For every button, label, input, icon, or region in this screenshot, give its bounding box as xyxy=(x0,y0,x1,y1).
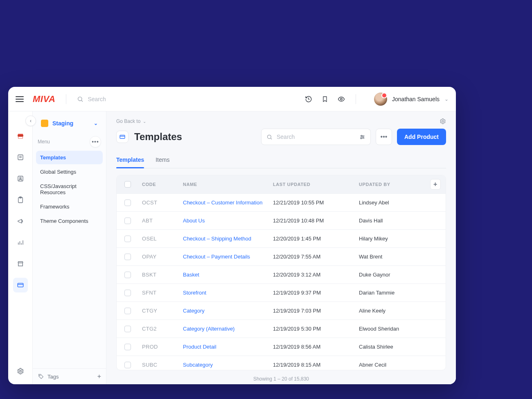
chevron-down-icon: ⌄ xyxy=(94,120,98,126)
rail-orders-icon[interactable] xyxy=(13,193,28,207)
svg-rect-5 xyxy=(18,155,23,160)
pagination-status: Showing 1 – 20 of 15,830 xyxy=(116,370,446,384)
row-checkbox[interactable] xyxy=(124,362,131,368)
row-checkbox[interactable] xyxy=(124,200,131,206)
go-back-link[interactable]: Go Back to ⌄ xyxy=(116,118,146,124)
row-checkbox[interactable] xyxy=(124,236,131,242)
page-title-icon xyxy=(116,131,128,143)
cell-name-link[interactable]: Storefront xyxy=(180,290,270,296)
col-name[interactable]: NAME xyxy=(180,182,270,187)
cell-name-link[interactable]: Checkout – Shipping Method xyxy=(180,236,270,242)
cell-code: OPAY xyxy=(139,254,180,260)
page-title: Templates xyxy=(134,131,182,143)
cell-updated-by: Calista Shirlee xyxy=(356,344,425,350)
cell-last-updated: 12/19/2019 7:03 PM xyxy=(270,308,356,314)
icon-rail: ‹ xyxy=(8,111,33,384)
sidebar-footer: Tags + xyxy=(33,368,106,384)
sidebar-item-templates[interactable]: Templates xyxy=(36,151,103,164)
menu-toggle-icon[interactable] xyxy=(16,96,24,102)
row-checkbox[interactable] xyxy=(124,326,131,332)
sidebar-item-css-javascript-resources[interactable]: CSS/Javascript Resources xyxy=(36,179,103,199)
tab-items[interactable]: Items xyxy=(156,152,169,168)
sidebar-item-global-settings[interactable]: Global Settings xyxy=(36,165,103,179)
rail-marketing-icon[interactable] xyxy=(13,214,28,229)
rail-customers-icon[interactable] xyxy=(13,171,28,186)
cell-code: BSKT xyxy=(139,272,180,278)
cell-name-link[interactable]: Basket xyxy=(180,272,270,278)
collapse-rail-button[interactable]: ‹ xyxy=(25,116,36,126)
col-code[interactable]: CODE xyxy=(139,182,180,187)
cell-name-link[interactable]: Checkout – Customer Information xyxy=(180,200,270,206)
table-row[interactable]: OPAYCheckout – Payment Details12/20/2019… xyxy=(117,247,446,265)
table-row[interactable]: OSELCheckout – Shipping Method12/20/2019… xyxy=(117,229,446,247)
row-checkbox[interactable] xyxy=(124,272,131,278)
app-window: MIVA Jonathan Samuels ⌄ ‹ xyxy=(8,87,456,384)
table-row[interactable]: CTG2Category (Alternative)12/19/2019 5:3… xyxy=(117,320,446,338)
add-product-button[interactable]: Add Product xyxy=(397,129,446,145)
cell-code: PROD xyxy=(139,344,180,350)
cell-name-link[interactable]: Subcategory xyxy=(180,362,270,368)
svg-line-25 xyxy=(271,138,272,139)
row-checkbox[interactable] xyxy=(124,290,131,296)
page-settings-button[interactable] xyxy=(440,118,446,125)
cell-code: OCST xyxy=(139,200,180,206)
global-search[interactable] xyxy=(77,96,298,102)
menu-list: TemplatesGlobal SettingsCSS/Javascript R… xyxy=(33,151,106,228)
table-search[interactable] xyxy=(261,129,359,145)
sidebar-item-frameworks[interactable]: Frameworks xyxy=(36,200,103,213)
avatar xyxy=(374,93,387,106)
user-menu[interactable]: Jonathan Samuels ⌄ xyxy=(374,93,449,106)
table-row[interactable]: SFNTStorefront12/19/2019 9:37 PMDarian T… xyxy=(117,283,446,302)
select-all-checkbox[interactable] xyxy=(124,181,131,188)
svg-line-1 xyxy=(81,100,83,102)
table-row[interactable]: CTGYCategory12/19/2019 7:03 PMAline Keel… xyxy=(117,302,446,320)
row-checkbox[interactable] xyxy=(124,308,131,314)
add-column-button[interactable]: + xyxy=(430,179,441,190)
rail-ui-icon[interactable] xyxy=(13,278,28,292)
table-search-input[interactable] xyxy=(277,129,354,145)
add-tag-button[interactable]: + xyxy=(97,373,101,380)
row-checkbox[interactable] xyxy=(124,344,131,350)
svg-point-29 xyxy=(361,135,362,136)
rail-reports-icon[interactable] xyxy=(13,235,28,250)
cell-name-link[interactable]: Category (Alternative) xyxy=(180,326,270,332)
cell-name-link[interactable]: Category xyxy=(180,308,270,314)
global-search-input[interactable] xyxy=(88,96,194,102)
svg-point-31 xyxy=(361,138,362,139)
environment-switcher[interactable]: Staging ⌄ xyxy=(37,116,102,130)
rail-settings-icon[interactable] xyxy=(13,364,28,379)
filter-button[interactable] xyxy=(354,129,371,145)
row-checkbox[interactable] xyxy=(124,254,131,260)
cell-name-link[interactable]: Checkout – Payment Details xyxy=(180,254,270,260)
user-name: Jonathan Samuels xyxy=(392,96,440,102)
cell-updated-by: Aline Keely xyxy=(356,308,425,314)
svg-rect-17 xyxy=(18,283,23,287)
sidebar: Staging ⌄ Menu ••• TemplatesGlobal Setti… xyxy=(33,111,106,384)
main-content: Go Back to ⌄ Templates xyxy=(106,111,456,384)
col-last-updated[interactable]: LAST UPDATED xyxy=(270,182,356,187)
table-row[interactable]: ABTAbout Us12/21/2019 10:48 PMDavis Hall xyxy=(117,211,446,229)
bookmark-icon[interactable] xyxy=(321,95,329,103)
rail-store-icon[interactable] xyxy=(13,129,28,143)
table-row[interactable]: SUBCSubcategory12/19/2019 8:15 AMAbner C… xyxy=(117,356,446,370)
table-row[interactable]: PRODProduct Detail12/19/2019 8:56 AMCali… xyxy=(117,338,446,356)
svg-point-30 xyxy=(363,136,364,138)
sidebar-item-theme-components[interactable]: Theme Components xyxy=(36,214,103,228)
cell-updated-by: Abner Cecil xyxy=(356,362,425,368)
history-icon[interactable] xyxy=(305,95,312,103)
row-checkbox[interactable] xyxy=(124,218,131,224)
more-actions-button[interactable]: ••• xyxy=(376,129,392,145)
chevron-down-icon: ⌄ xyxy=(444,96,449,102)
svg-rect-16 xyxy=(18,263,23,266)
rail-stores-icon[interactable] xyxy=(13,256,28,271)
svg-point-2 xyxy=(340,98,343,100)
table-row[interactable]: OCSTCheckout – Customer Information12/21… xyxy=(117,193,446,211)
menu-options-button[interactable]: ••• xyxy=(90,136,101,147)
cell-name-link[interactable]: About Us xyxy=(180,218,270,224)
rail-catalog-icon[interactable] xyxy=(13,150,28,165)
preview-icon[interactable] xyxy=(338,95,345,103)
tab-templates[interactable]: Templates xyxy=(116,152,144,168)
col-updated-by[interactable]: UPDATED BY xyxy=(356,182,425,187)
table-row[interactable]: BSKTBasket12/20/2019 3:12 AMDuke Gaynor xyxy=(117,265,446,283)
cell-name-link[interactable]: Product Detail xyxy=(180,344,270,350)
